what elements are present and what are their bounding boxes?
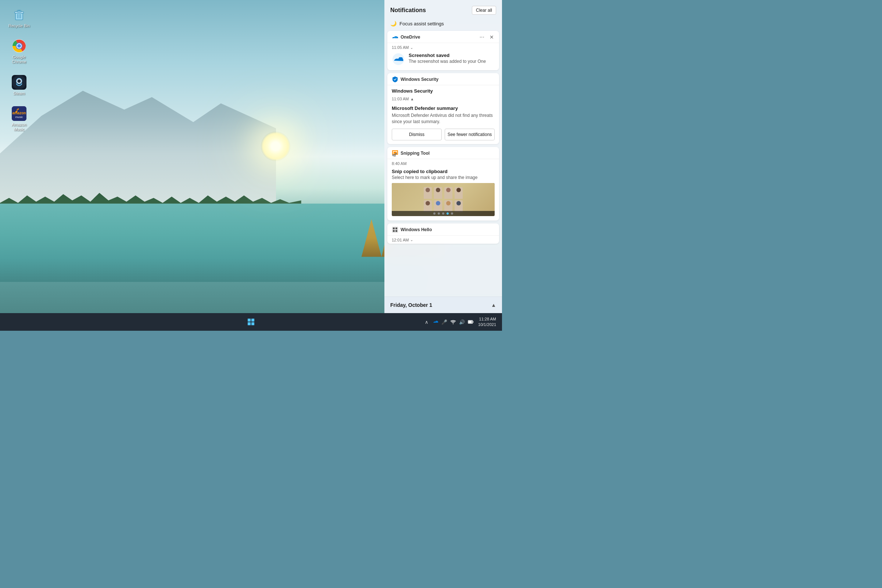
clock-display[interactable]: 11:28 AM 10/1/2021 — [477, 316, 498, 328]
svg-rect-36 — [393, 228, 395, 230]
onedrive-notification: OneDrive ··· ✕ 11:05 AM ⌄ — [387, 31, 499, 70]
notifications-title: Notifications — [390, 7, 426, 14]
onedrive-content-icon — [392, 52, 405, 66]
onedrive-time: 11:05 AM — [392, 45, 409, 50]
hello-time: 12:01 AM — [392, 238, 409, 242]
security-app-icon — [392, 76, 398, 82]
security-app-name: Windows Security — [400, 77, 438, 82]
snipping-app-row: Snipping Tool — [392, 150, 430, 156]
focus-assist-label: Focus assist settings — [399, 21, 444, 27]
calendar-bar[interactable]: Friday, October 1 ▲ — [384, 297, 502, 313]
amazon-music-icon[interactable]: amazon music Amazon Music — [6, 105, 32, 134]
calendar-date-label: Friday, October 1 — [390, 302, 432, 308]
sun-bg — [261, 132, 290, 161]
onedrive-controls: ··· ✕ — [478, 34, 495, 40]
taskbar-center — [244, 315, 258, 329]
onedrive-tray-icon[interactable] — [432, 318, 439, 326]
svg-text:amazon: amazon — [12, 111, 26, 115]
onedrive-app-icon — [392, 34, 398, 40]
snip-title: Snip copied to clipboard — [392, 169, 495, 174]
dismiss-button[interactable]: Dismiss — [392, 129, 442, 140]
svg-text:music: music — [15, 116, 23, 119]
notifications-header: Notifications Clear all — [384, 0, 502, 18]
clock-time: 11:28 AM — [479, 316, 496, 322]
security-time: 11:03 AM — [392, 97, 409, 101]
taskbar: ∧ 🎤 🔊 — [0, 313, 502, 331]
water-bg — [0, 204, 427, 282]
google-chrome-icon[interactable]: Google Chrome — [6, 37, 32, 66]
calendar-chevron[interactable]: ▲ — [491, 302, 496, 308]
svg-rect-23 — [251, 322, 254, 325]
svg-rect-22 — [248, 322, 250, 325]
onedrive-expand-chevron[interactable]: ⌄ — [410, 46, 413, 50]
security-time-row: 11:03 AM ▲ — [387, 95, 499, 104]
snipping-content[interactable]: Snip copied to clipboard Select here to … — [387, 167, 499, 220]
onedrive-header: OneDrive ··· ✕ — [387, 31, 499, 43]
defender-actions: Dismiss See fewer notifications — [392, 129, 495, 140]
snipping-header: Snipping Tool — [387, 147, 499, 159]
onedrive-close-button[interactable]: ✕ — [489, 34, 495, 40]
hello-header: Windows Hello — [387, 224, 499, 236]
desktop-icons: Recycle Bin Google Chrome — [6, 6, 32, 134]
svg-rect-26 — [469, 321, 472, 323]
focus-assist-bar[interactable]: 🌙 Focus assist settings — [384, 18, 502, 29]
mic-icon[interactable]: 🎤 — [441, 318, 448, 326]
clock-date: 10/1/2021 — [478, 322, 496, 327]
onedrive-time-row: 11:05 AM ⌄ — [387, 43, 499, 51]
svg-point-9 — [17, 44, 21, 48]
snip-body: Select here to mark up and share the ima… — [392, 175, 495, 180]
tray-chevron[interactable]: ∧ — [423, 318, 430, 326]
steam-img — [12, 75, 27, 90]
steam-label: Steam — [13, 91, 25, 96]
svg-rect-20 — [248, 319, 250, 322]
security-section-title: Windows Security — [392, 88, 495, 94]
onedrive-text: Screenshot saved The screenshot was adde… — [409, 52, 495, 64]
security-header: Windows Security — [387, 73, 499, 85]
defender-body: Microsoft Defender Antivirus did not fin… — [392, 112, 495, 125]
security-app-row: Windows Security — [392, 76, 438, 82]
snipping-time-row: 8:40 AM — [387, 159, 499, 167]
onedrive-app-row: OneDrive — [392, 34, 420, 40]
recycle-bin-icon[interactable]: Recycle Bin — [6, 6, 32, 30]
notification-panel: Notifications Clear all 🌙 Focus assist s… — [384, 0, 502, 313]
recycle-bin-label: Recycle Bin — [9, 24, 30, 28]
snipping-tool-notification: Snipping Tool 8:40 AM Snip copied to cli… — [387, 147, 499, 220]
onedrive-more-button[interactable]: ··· — [478, 34, 486, 40]
onedrive-msg-body: The screenshot was added to your One — [409, 59, 495, 64]
chrome-img — [12, 39, 27, 53]
defender-title: Microsoft Defender summary — [392, 105, 495, 111]
see-fewer-notifications-button[interactable]: See fewer notifications — [445, 129, 495, 140]
security-collapse-chevron[interactable]: ▲ — [410, 97, 414, 101]
recycle-bin-img — [12, 8, 27, 22]
svg-rect-21 — [251, 319, 254, 322]
taskbar-right: ∧ 🎤 🔊 — [423, 316, 498, 328]
amazon-music-label: Amazon Music — [12, 122, 27, 132]
svg-rect-37 — [395, 228, 397, 230]
svg-rect-25 — [472, 321, 473, 322]
hello-app-icon — [392, 226, 398, 233]
defender-content: Microsoft Defender summary Microsoft Def… — [387, 104, 499, 144]
hello-time-row: 12:01 AM ⌄ — [387, 236, 499, 244]
svg-rect-38 — [393, 230, 395, 232]
snipping-time: 8:40 AM — [392, 161, 406, 166]
svg-point-19 — [18, 108, 19, 110]
battery-icon[interactable] — [467, 318, 474, 326]
hello-expand-chevron[interactable]: ⌄ — [410, 238, 413, 242]
hello-app-name: Windows Hello — [400, 227, 432, 232]
onedrive-msg-title: Screenshot saved — [409, 52, 495, 58]
onedrive-content: Screenshot saved The screenshot was adde… — [387, 51, 499, 70]
clear-all-button[interactable]: Clear all — [472, 6, 496, 15]
mountain-bg — [0, 78, 276, 204]
volume-icon[interactable]: 🔊 — [458, 318, 466, 326]
steam-icon-desktop[interactable]: Steam — [6, 74, 32, 98]
system-tray: ∧ 🎤 🔊 — [423, 318, 474, 326]
snipping-app-name: Snipping Tool — [400, 151, 430, 156]
notifications-list: OneDrive ··· ✕ 11:05 AM ⌄ — [384, 29, 502, 297]
wifi-icon[interactable] — [450, 318, 457, 326]
security-section-header: Windows Security — [387, 85, 499, 95]
amazon-img: amazon music — [12, 106, 27, 121]
start-button[interactable] — [244, 315, 258, 329]
chrome-label: Google Chrome — [8, 55, 31, 64]
svg-point-12 — [18, 80, 21, 82]
snipping-app-icon — [392, 150, 398, 156]
